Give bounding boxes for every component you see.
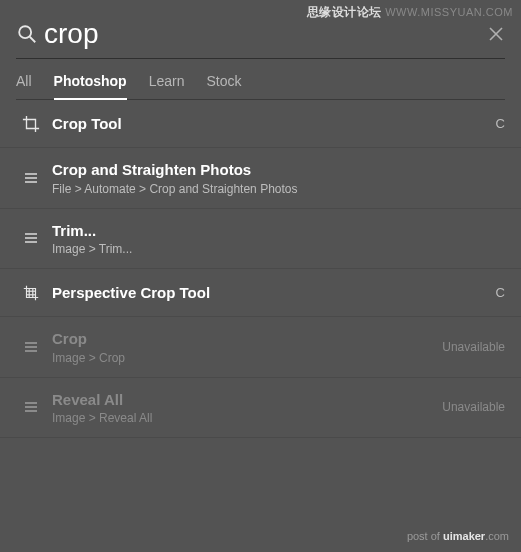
tab-all[interactable]: All	[16, 73, 32, 99]
tab-photoshop[interactable]: Photoshop	[54, 73, 127, 99]
svg-line-1	[30, 37, 36, 43]
svg-point-0	[19, 26, 31, 38]
menu-icon	[16, 339, 46, 355]
result-reveal-all: Reveal All Image > Reveal All Unavailabl…	[0, 378, 521, 439]
crop-icon	[16, 115, 46, 133]
result-title: Crop Tool	[52, 114, 486, 134]
result-crop-straighten[interactable]: Crop and Straighten Photos File > Automa…	[0, 148, 521, 209]
result-title: Crop	[52, 329, 432, 349]
result-crop-menuitem: Crop Image > Crop Unavailable	[0, 317, 521, 378]
result-subtitle: Image > Crop	[52, 351, 432, 365]
results-list: Crop Tool C Crop and Straighten Photos F…	[0, 100, 521, 438]
result-subtitle: Image > Trim...	[52, 242, 505, 256]
watermark-bottom: post of uimaker.com	[407, 530, 509, 542]
menu-icon	[16, 170, 46, 186]
result-title: Reveal All	[52, 390, 432, 410]
tab-stock[interactable]: Stock	[206, 73, 241, 99]
close-icon[interactable]	[487, 25, 505, 43]
result-trim[interactable]: Trim... Image > Trim...	[0, 209, 521, 270]
menu-icon	[16, 230, 46, 246]
result-subtitle: Image > Reveal All	[52, 411, 432, 425]
result-crop-tool[interactable]: Crop Tool C	[0, 100, 521, 148]
search-input[interactable]	[44, 18, 487, 50]
result-shortcut: C	[486, 285, 505, 300]
result-title: Crop and Straighten Photos	[52, 160, 505, 180]
search-icon	[16, 23, 38, 45]
result-status: Unavailable	[432, 400, 505, 414]
result-title: Trim...	[52, 221, 505, 241]
tab-bar: All Photoshop Learn Stock	[0, 59, 521, 99]
perspective-crop-icon	[16, 284, 46, 302]
watermark-top: 思缘设计论坛 WWW.MISSYUAN.COM	[307, 4, 513, 21]
result-status: Unavailable	[432, 340, 505, 354]
menu-icon	[16, 399, 46, 415]
result-subtitle: File > Automate > Crop and Straighten Ph…	[52, 182, 505, 196]
tab-learn[interactable]: Learn	[149, 73, 185, 99]
result-shortcut: C	[486, 116, 505, 131]
result-perspective-crop[interactable]: Perspective Crop Tool C	[0, 269, 521, 317]
result-title: Perspective Crop Tool	[52, 283, 486, 303]
